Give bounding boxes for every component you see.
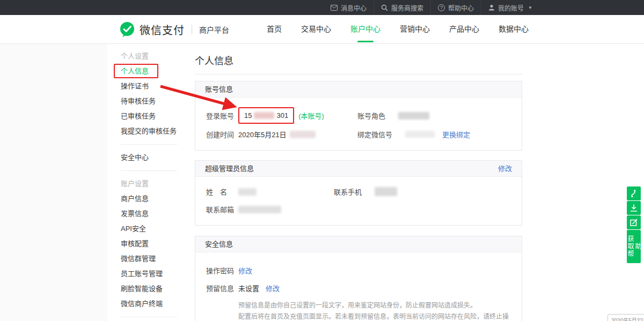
super-admin-header: 超级管理员信息 修改 [195, 161, 522, 177]
sidebar-section-account-settings: 账户设置 [107, 176, 185, 191]
brand[interactable]: 微信支付 商户平台 [119, 15, 229, 44]
help-icon: ? [438, 4, 445, 11]
sidebar-item-operation-certificate[interactable]: 操作证书 [107, 79, 185, 94]
brand-subtitle: 商户平台 [199, 24, 229, 35]
header: 微信支付 商户平台 首页 交易中心 账户中心 营销中心 产品中心 数据中心 [0, 15, 644, 44]
main-content: 个人信息 账号信息 登录账号 15 301 (本账号) 账号角色 [195, 44, 522, 321]
account-info-title: 账号信息 [205, 81, 233, 97]
title-divider [195, 74, 522, 74]
sidebar-divider [121, 170, 177, 171]
redacted-account-role [398, 112, 429, 120]
nav-item-marketing[interactable]: 营销中心 [400, 15, 430, 44]
link-button[interactable] [627, 186, 641, 200]
floating-help-widget: 获取帮助 [627, 186, 641, 263]
login-account-label: 登录账号 [206, 110, 238, 121]
sidebar-item-merchant-info[interactable]: 商户信息 [107, 191, 185, 206]
sidebar-item-my-submitted-tasks[interactable]: 我提交的审核任务 [107, 124, 185, 139]
bound-wechat-label: 绑定微信号 [357, 129, 392, 139]
redacted-contact-phone [375, 187, 397, 196]
sidebar-item-api-security[interactable]: API安全 [107, 221, 185, 236]
sidebar-item-personal-info[interactable]: 个人信息 [107, 64, 185, 79]
current-account-note: (本账号) [298, 110, 324, 121]
user-icon [488, 4, 495, 11]
topbar: 消息中心 服务商搜索 ? 帮助中心 我的账号 ▼ [0, 0, 644, 15]
account-info-header: 账号信息 [195, 81, 522, 98]
main-nav: 首页 交易中心 账户中心 营销中心 产品中心 数据中心 [247, 15, 529, 44]
account-info-card: 账号信息 登录账号 15 301 (本账号) 账号角色 [195, 81, 522, 151]
nav-item-products[interactable]: 产品中心 [449, 15, 479, 44]
brand-divider [192, 25, 192, 34]
super-admin-card: 超级管理员信息 修改 姓 名 联系手机 联系邮箱 [195, 160, 522, 226]
annotation-red-box-login: 15 301 [238, 107, 294, 124]
sidebar: 个人设置 个人信息 操作证书 待审核任务 已审核任务 我提交的审核任务 安全中心… [107, 44, 185, 321]
login-account-value: 15 301 (本账号) [238, 107, 324, 124]
sidebar-item-merchant-terminal[interactable]: 微信商户终端 [107, 296, 185, 311]
feedback-button[interactable] [627, 215, 641, 229]
sidebar-item-reviewed-tasks[interactable]: 已审核任务 [107, 109, 185, 124]
redacted-created-time [290, 131, 316, 138]
download-button[interactable] [627, 201, 641, 215]
get-help-button[interactable]: 获取帮助 [627, 230, 641, 263]
nav-item-data-center[interactable]: 数据中心 [499, 15, 529, 44]
redacted-phone-digits [254, 112, 274, 119]
sidebar-item-staff-accounts[interactable]: 员工账号管理 [107, 266, 185, 281]
topbar-item-label: 服务商搜索 [391, 3, 423, 12]
left-gutter [0, 44, 107, 321]
reserved-info-help: 预留信息是由你自己设置的一段文字，用来鉴定网站身份，防止假冒网站造成损失。 配置… [238, 300, 511, 321]
topbar-item-label: 我的账号 [498, 3, 524, 12]
change-binding-link[interactable]: 更换绑定 [442, 129, 470, 139]
reserved-info-value: 未设置 [238, 283, 259, 293]
nav-item-home[interactable]: 首页 [267, 15, 282, 44]
change-password-link[interactable]: 修改 [238, 265, 252, 275]
security-info-card: 安全信息 操作密码 修改 预留信息 未设置 修改 预留信息是由你自己设置的一段文… [195, 236, 522, 321]
download-icon [630, 204, 638, 212]
mail-icon [331, 5, 338, 11]
sidebar-item-pending-review-tasks[interactable]: 待审核任务 [107, 94, 185, 109]
contact-email-label: 联系邮箱 [206, 204, 238, 214]
edit-reserved-info-link[interactable]: 修改 [266, 283, 280, 293]
admin-name-label: 姓 名 [206, 186, 238, 197]
search-icon [381, 4, 388, 11]
link-icon [630, 189, 638, 198]
sidebar-divider [121, 317, 177, 317]
redacted-wechat-id [405, 131, 435, 138]
date-tooltip: 2020年5月22日 [608, 314, 644, 321]
sidebar-item-wechat-group[interactable]: 微信群管理 [107, 251, 185, 266]
security-info-title: 安全信息 [205, 236, 233, 252]
topbar-item-label: 消息中心 [341, 3, 367, 12]
super-admin-title: 超级管理员信息 [205, 161, 254, 176]
sidebar-item-face-devices[interactable]: 刷脸智能设备 [107, 281, 185, 296]
sidebar-item-invoice-info[interactable]: 发票信息 [107, 206, 185, 221]
edit-admin-link[interactable]: 修改 [498, 161, 512, 176]
reserved-info-label: 预留信息 [206, 283, 238, 293]
topbar-item-messages[interactable]: 消息中心 [324, 0, 374, 15]
topbar-item-provider-search[interactable]: 服务商搜索 [374, 0, 430, 15]
sidebar-item-review-config[interactable]: 审核配置 [107, 236, 185, 251]
nav-item-account-center[interactable]: 账户中心 [350, 15, 380, 44]
contact-phone-label: 联系手机 [334, 186, 362, 197]
redacted-admin-name [238, 188, 257, 196]
account-role-label: 账号角色 [357, 110, 385, 121]
created-time-value: 2020年5月21日 [238, 129, 316, 139]
sidebar-divider [121, 144, 177, 145]
redacted-contact-email [238, 206, 281, 213]
topbar-item-help-center[interactable]: ? 帮助中心 [430, 0, 481, 15]
wechat-pay-logo-icon [119, 21, 135, 38]
page-title: 个人信息 [195, 44, 522, 67]
brand-name: 微信支付 [140, 22, 185, 38]
operation-password-label: 操作密码 [206, 265, 238, 275]
chevron-down-icon: ▼ [528, 5, 532, 10]
topbar-item-my-account[interactable]: 我的账号 ▼ [481, 0, 539, 15]
nav-item-transactions[interactable]: 交易中心 [301, 15, 331, 44]
sidebar-section-personal-settings: 个人设置 [107, 49, 185, 64]
security-info-header: 安全信息 [195, 236, 522, 252]
edit-icon [630, 219, 638, 226]
sidebar-item-security-center[interactable]: 安全中心 [107, 150, 185, 165]
topbar-item-label: 帮助中心 [448, 3, 474, 12]
created-time-label: 创建时间 [206, 129, 238, 139]
